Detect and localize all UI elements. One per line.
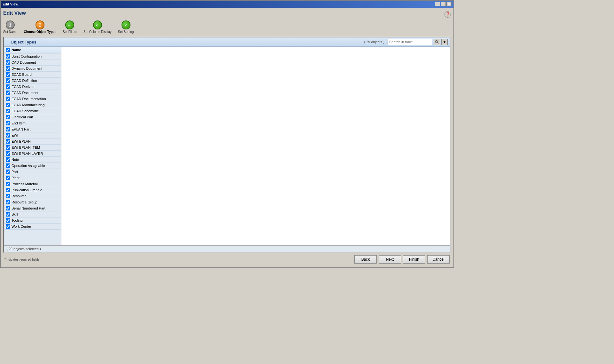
row-checkbox[interactable] [6,91,10,95]
step-set-filters[interactable]: ✓ Set Filters [63,20,77,34]
table-row[interactable]: Tooling [4,218,61,224]
row-label: Skill [12,212,18,216]
row-checkbox[interactable] [6,170,10,174]
step-set-column-display[interactable]: ✓ Set Column Display [83,20,112,34]
row-label: ECAD Document [12,91,38,95]
row-checkbox[interactable] [6,121,10,125]
search-input[interactable] [388,39,432,45]
table-row[interactable]: ECAD Schematic [4,108,61,114]
sort-indicator: ↑ [22,49,24,51]
table-row[interactable]: EWI EPLAN [4,138,61,145]
row-checkbox[interactable] [6,206,10,210]
table-row[interactable]: EPLAN Part [4,126,61,132]
table-row[interactable]: EWI EPLAN ITEM [4,145,61,151]
window-content: Edit View ❓ 1 Set Name 2 Choose Object T… [1,8,453,267]
table-row[interactable]: Resource Group [4,199,61,205]
row-label: Process Material [12,182,38,186]
row-label: Publication Graphic [12,188,42,192]
row-checkbox[interactable] [6,115,10,119]
table-row[interactable]: EWI [4,132,61,138]
table-row[interactable]: Publication Graphic [4,187,61,193]
table-row[interactable]: ECAD Board [4,72,61,78]
table-row[interactable]: Dynamic Document [4,66,61,72]
row-checkbox[interactable] [6,194,10,198]
row-checkbox[interactable] [6,200,10,204]
close-button[interactable]: ✕ [446,2,452,6]
table-row[interactable]: Resource [4,193,61,199]
search-button[interactable] [434,39,440,45]
row-checkbox[interactable] [6,151,10,156]
table-row[interactable]: EWI EPLAN LAYER [4,151,61,157]
finish-button[interactable]: Finish [403,255,425,264]
footer-area: *Indicates required fields Back Next Fin… [3,253,451,265]
row-checkbox[interactable] [6,60,10,65]
maximize-button[interactable]: □ [441,2,446,6]
table-row[interactable]: Electrical Part [4,114,61,120]
row-checkbox[interactable] [6,163,10,168]
row-label: Part [12,170,18,174]
row-checkbox[interactable] [6,66,10,71]
step-circle-set-name: 1 [6,20,15,29]
row-checkbox[interactable] [6,139,10,144]
row-checkbox[interactable] [6,78,10,83]
table-row[interactable]: ECAD Manufacturing [4,102,61,108]
table-row[interactable]: End Item [4,120,61,126]
next-button[interactable]: Next [379,255,401,264]
row-checkbox[interactable] [6,97,10,101]
filter-button[interactable]: ▼ [441,39,448,45]
table-row[interactable]: Work Center [4,224,61,230]
row-label: ECAD Board [12,73,32,76]
window-controls: _ □ ✕ [435,2,452,6]
table-row[interactable]: Process Material [4,181,61,187]
row-label: Burst Configuration [12,54,42,58]
table-row[interactable]: Note [4,157,61,163]
step-set-name[interactable]: 1 Set Name [3,20,17,34]
row-checkbox[interactable] [6,109,10,113]
table-row[interactable]: Operation Assignable [4,163,61,169]
table-row[interactable]: Burst Configuration [4,53,61,59]
table-row[interactable]: ECAD Document [4,90,61,96]
select-all-checkbox[interactable] [6,48,10,52]
main-panel: − Object Types ( 29 objects ) ▼ [3,37,451,253]
row-label: CAD Document [12,60,36,64]
row-checkbox[interactable] [6,224,10,229]
collapse-button[interactable]: − [6,40,9,44]
table-row[interactable]: ECAD Documentation [4,96,61,102]
panel-body: Name ↑ Burst ConfigurationCAD DocumentDy… [4,47,450,245]
help-icon[interactable]: ❓ [445,11,451,18]
row-checkbox[interactable] [6,218,10,223]
row-checkbox[interactable] [6,84,10,89]
step-set-sorting[interactable]: ✓ Set Sorting [118,20,134,34]
row-label: ECAD Definition [12,79,37,83]
name-column-header: Name [12,48,21,52]
step-choose-object-types[interactable]: 2 Choose Object Types [24,20,56,34]
wizard-steps: 1 Set Name 2 Choose Object Types ✓ Set F… [3,20,451,34]
row-checkbox[interactable] [6,145,10,150]
cancel-button[interactable]: Cancel [427,255,450,264]
row-checkbox[interactable] [6,157,10,162]
back-button[interactable]: Back [354,255,377,264]
required-note: *Indicates required fields [4,258,40,261]
table-row[interactable]: ECAD Definition [4,78,61,84]
row-checkbox[interactable] [6,182,10,186]
table-row[interactable]: Serial Numbered Part [4,205,61,211]
row-checkbox[interactable] [6,133,10,138]
row-label: Operation Assignable [12,164,45,168]
svg-point-0 [436,41,438,43]
step-circle-set-filters: ✓ [65,20,74,29]
step-circle-set-sorting: ✓ [122,20,130,29]
row-checkbox[interactable] [6,72,10,77]
row-checkbox[interactable] [6,176,10,180]
table-row[interactable]: Plant [4,175,61,181]
table-row[interactable]: Part [4,169,61,175]
table-row[interactable]: CAD Document [4,59,61,66]
panel-header: − Object Types ( 29 objects ) ▼ [4,37,450,47]
row-checkbox[interactable] [6,188,10,192]
table-row[interactable]: Skill [4,211,61,218]
row-checkbox[interactable] [6,54,10,59]
table-row[interactable]: ECAD Derived [4,84,61,90]
row-checkbox[interactable] [6,127,10,131]
row-checkbox[interactable] [6,212,10,217]
minimize-button[interactable]: _ [435,2,440,6]
row-checkbox[interactable] [6,103,10,107]
